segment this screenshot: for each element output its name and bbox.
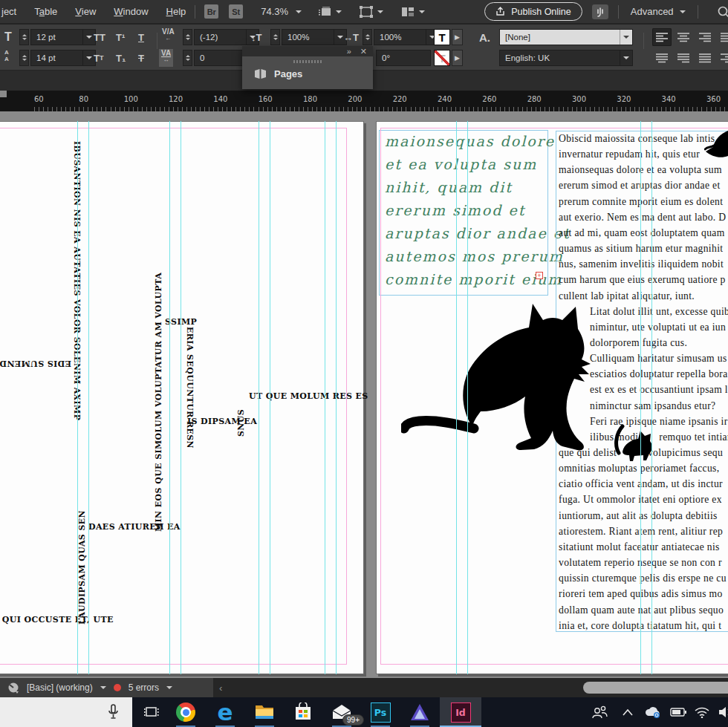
- rotated-text[interactable]: EDIS SUMENDIO VOL: [0, 359, 71, 368]
- fill-flyout-button[interactable]: ▶: [452, 29, 463, 45]
- scrollbar-thumb[interactable]: [583, 682, 728, 694]
- character-style-dropdown[interactable]: [None]: [499, 28, 633, 46]
- taskbar-indesign-active[interactable]: Id: [440, 697, 481, 727]
- preflight-profile[interactable]: [Basic] (working): [27, 682, 93, 693]
- rotated-text[interactable]: M QUI OCCUSTE ET, UTE: [0, 615, 114, 625]
- horizontal-scale-stepper[interactable]: [363, 28, 372, 46]
- close-panel-icon[interactable]: ✕: [360, 47, 367, 56]
- language-dropdown[interactable]: English: UK: [499, 49, 633, 67]
- taskbar-search-box[interactable]: [0, 697, 132, 727]
- font-size-field[interactable]: 12 pt: [30, 28, 96, 46]
- justify-left-button[interactable]: [717, 28, 728, 46]
- column-guide[interactable]: [77, 121, 78, 674]
- chevron-down-icon[interactable]: [100, 686, 106, 692]
- vertical-scale-field[interactable]: 100%: [282, 28, 347, 46]
- rotated-text[interactable]: UT QUE MOLUM RES ES: [249, 391, 368, 401]
- rotated-text[interactable]: MIN EOS QUE SIMOLUM VOLUPTATUR AM VOLUPT…: [154, 273, 163, 532]
- tracking-stepper[interactable]: [183, 49, 192, 67]
- rotated-text[interactable]: ERIA SEQUUNTUR RESN: [185, 327, 195, 449]
- margin-guide[interactable]: [346, 128, 347, 665]
- rotated-text[interactable]: LAUDIPSAM QUAS SEN: [77, 510, 87, 625]
- chevron-down-icon[interactable]: [620, 30, 632, 45]
- rotated-text[interactable]: DAES ATIUREH EA: [88, 522, 181, 532]
- bridge-button[interactable]: Br: [204, 4, 218, 19]
- margin-guide[interactable]: [0, 128, 346, 128]
- strikethrough-button[interactable]: T: [138, 49, 157, 67]
- align-left-button[interactable]: [652, 28, 672, 46]
- taskbar-microsoft-store[interactable]: [287, 697, 319, 727]
- large-cat-silhouette[interactable]: [401, 301, 594, 453]
- column-guide[interactable]: [169, 121, 170, 674]
- rotated-text[interactable]: IS DIPSAM EA: [187, 417, 257, 426]
- column-guide[interactable]: [181, 121, 181, 674]
- column-guide[interactable]: [259, 121, 259, 674]
- align-right-button[interactable]: [695, 28, 715, 46]
- leading-field[interactable]: 14 pt: [30, 49, 96, 67]
- taskbar-chrome[interactable]: [169, 697, 202, 727]
- touch-workspace-button[interactable]: [591, 4, 609, 20]
- stroke-flyout-button[interactable]: ▶: [452, 50, 463, 66]
- justify-center-button[interactable]: [652, 49, 672, 67]
- justify-right-button[interactable]: [674, 49, 693, 67]
- collapse-panel-icon[interactable]: »: [347, 47, 351, 56]
- script-text-frame[interactable]: maionsequas doloreet ea volupta sumnihit…: [379, 130, 548, 296]
- skew-field[interactable]: 0°: [376, 49, 431, 67]
- microphone-icon[interactable]: [108, 704, 119, 720]
- people-button[interactable]: [587, 697, 612, 727]
- ruler-origin-corner[interactable]: [0, 91, 7, 97]
- taskbar-mail[interactable]: 99+: [325, 697, 358, 727]
- column-guide[interactable]: [88, 121, 89, 674]
- search-adobe-stock[interactable]: [716, 5, 728, 22]
- kerning-stepper[interactable]: [183, 28, 192, 46]
- margin-guide[interactable]: [0, 664, 346, 665]
- scroll-left-arrow[interactable]: ‹: [213, 682, 228, 694]
- error-count[interactable]: 5 errors: [129, 682, 159, 693]
- task-view-button[interactable]: [135, 697, 168, 727]
- zoom-level-dropdown[interactable]: 74.3%: [261, 6, 302, 17]
- vertical-scale-stepper[interactable]: [270, 28, 280, 46]
- horizontal-scrollbar[interactable]: ‹: [213, 678, 728, 697]
- column-guide[interactable]: [336, 121, 337, 674]
- preflight-gauge-icon[interactable]: [7, 682, 19, 694]
- battery-tray-icon[interactable]: [666, 697, 691, 727]
- align-center-button[interactable]: [674, 28, 693, 46]
- chevron-down-icon[interactable]: [166, 686, 172, 692]
- horizontal-scale-field[interactable]: 100%: [374, 28, 439, 46]
- all-caps-button[interactable]: TT: [94, 28, 113, 46]
- fill-color-swatch[interactable]: T▶: [434, 28, 463, 46]
- taskbar-indesign[interactable]: Id: [444, 697, 477, 727]
- view-options-dropdown[interactable]: [318, 6, 342, 18]
- column-guide[interactable]: [270, 121, 270, 674]
- taskbar-edge[interactable]: e: [209, 697, 241, 727]
- menu-ject[interactable]: ject: [1, 6, 16, 17]
- workspace-switcher[interactable]: Advanced: [631, 6, 686, 17]
- pasteboard[interactable]: IBUSANTION NIS EA AUTATIES VOLOR SOLENIM…: [0, 111, 728, 678]
- small-cat-silhouette[interactable]: [614, 422, 657, 462]
- onedrive-tray-icon[interactable]: [640, 697, 666, 727]
- overset-text-indicator[interactable]: +: [536, 272, 543, 279]
- margin-guide[interactable]: [380, 128, 381, 665]
- column-guide[interactable]: [325, 121, 325, 674]
- horizontal-ruler[interactable]: 6080100120140160180200220240260280300320…: [0, 91, 728, 111]
- margin-guide[interactable]: [380, 664, 728, 665]
- column-guide[interactable]: [640, 121, 641, 674]
- menu-table[interactable]: Table: [34, 6, 57, 17]
- menu-window[interactable]: Window: [114, 6, 148, 17]
- panel-drag-grip[interactable]: [293, 60, 322, 63]
- stroke-color-swatch[interactable]: T▶: [434, 49, 463, 67]
- column-guide[interactable]: [456, 121, 457, 674]
- kerning-field[interactable]: (-12): [194, 28, 259, 46]
- taskbar-triangle-app[interactable]: [403, 697, 436, 727]
- underline-button[interactable]: T: [138, 28, 157, 46]
- justify-all-button[interactable]: [695, 49, 715, 67]
- leading-stepper[interactable]: [19, 49, 29, 67]
- menu-view[interactable]: View: [75, 6, 96, 17]
- cat-silhouette-fragment[interactable]: [704, 131, 728, 159]
- show-hidden-icons-button[interactable]: [617, 697, 639, 727]
- screen-mode-dropdown[interactable]: [360, 6, 383, 18]
- wifi-tray-icon[interactable]: [689, 697, 715, 727]
- font-size-stepper[interactable]: [19, 28, 29, 46]
- arrange-documents-dropdown[interactable]: [401, 7, 425, 17]
- menu-help[interactable]: Help: [166, 6, 186, 17]
- column-guide[interactable]: [467, 121, 468, 674]
